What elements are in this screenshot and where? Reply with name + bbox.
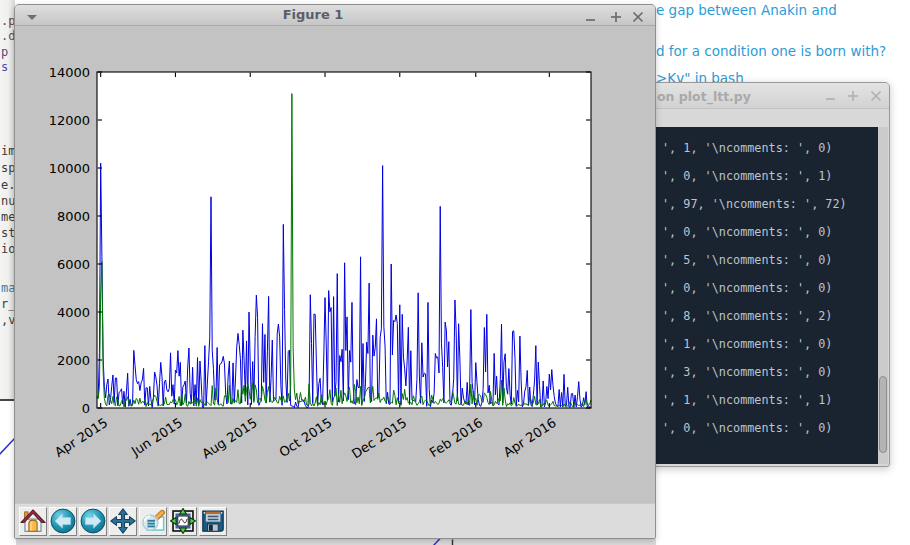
save-button[interactable] (199, 507, 227, 536)
x-tick-label: Jun 2015 (128, 415, 185, 459)
figure-canvas[interactable]: 02000400060008000100001200014000Apr 2015… (15, 26, 655, 504)
minimize-icon (584, 10, 598, 24)
figure-maximize-button[interactable] (609, 9, 623, 23)
terminal-menubar (621, 110, 889, 127)
terminal-output-line: ', 0, '\ncomments: ', 0) (662, 281, 832, 295)
figure-close-button[interactable] (631, 9, 645, 23)
figure-window[interactable]: Figure 1 0200040006000800010000120001400… (14, 4, 656, 539)
y-tick-label: 10000 (49, 161, 90, 176)
y-tick-label: 6000 (57, 257, 90, 272)
terminal-output-line: ', 1, '\ncomments: ', 0) (662, 337, 832, 351)
terminal-minimize-button[interactable] (824, 89, 838, 103)
terminal-title: on plot_ltt.py (657, 89, 751, 104)
close-icon (631, 10, 645, 24)
editor-code-fragment: p (1, 45, 8, 59)
line-chart: 02000400060008000100001200014000Apr 2015… (15, 26, 655, 504)
terminal-close-button[interactable] (869, 89, 883, 103)
x-tick-label: Dec 2015 (349, 415, 409, 462)
zoom-button[interactable] (139, 507, 167, 536)
terminal-output-line: ', 0, '\ncomments: ', 1) (662, 169, 832, 183)
editor-pane[interactable]: .p.dpsimspe.numestiomar_,v (0, 0, 15, 401)
y-tick-label: 8000 (57, 209, 90, 224)
y-tick-label: 12000 (49, 113, 90, 128)
terminal-scrollbar-thumb[interactable] (879, 376, 887, 453)
save-icon (200, 508, 226, 534)
terminal-titlebar[interactable]: on plot_ltt.py (621, 83, 889, 109)
back-icon (50, 508, 76, 534)
configure-subplots-button[interactable] (169, 507, 197, 536)
zoom-icon (140, 508, 166, 534)
terminal-output-line: ', 97, '\ncomments: ', 72) (662, 197, 847, 211)
pan-icon (110, 508, 136, 534)
terminal-output[interactable]: ', 1, '\ncomments: ', 0)', 0, '\ncomment… (621, 127, 880, 464)
x-tick-label: Oct 2015 (276, 415, 334, 460)
x-tick-label: Feb 2016 (427, 415, 486, 460)
terminal-output-line: ', 1, '\ncomments: ', 1) (662, 393, 832, 407)
figure-title: Figure 1 (15, 7, 611, 22)
y-tick-label: 2000 (57, 353, 90, 368)
terminal-output-line: ', 1, '\ncomments: ', 0) (662, 141, 832, 155)
forward-button[interactable] (79, 507, 107, 536)
y-tick-label: 4000 (57, 305, 90, 320)
x-tick-label: Aug 2015 (199, 415, 260, 462)
back-button[interactable] (49, 507, 77, 536)
maximize-icon (609, 10, 623, 24)
terminal-output-line: ', 3, '\ncomments: ', 0) (662, 365, 832, 379)
close-icon (869, 89, 883, 103)
browser-link[interactable]: e gap between Anakin and (656, 2, 837, 18)
terminal-output-line: ', 0, '\ncomments: ', 0) (662, 421, 832, 435)
configure-subplots-icon (170, 508, 196, 534)
home-button[interactable] (19, 507, 47, 536)
browser-link[interactable]: d for a condition one is born with? (656, 43, 886, 59)
terminal-maximize-button[interactable] (846, 89, 860, 103)
forward-icon (80, 508, 106, 534)
minimize-icon (824, 89, 838, 103)
y-tick-label: 14000 (49, 65, 90, 80)
terminal-window[interactable]: on plot_ltt.py ', 1, '\ncomments: ', 0)'… (620, 82, 890, 467)
terminal-output-line: ', 0, '\ncomments: ', 0) (662, 225, 832, 239)
figure-minimize-button[interactable] (584, 9, 598, 23)
maximize-icon (846, 89, 860, 103)
x-tick-label: Apr 2016 (501, 415, 559, 460)
terminal-output-line: ', 5, '\ncomments: ', 0) (662, 253, 832, 267)
pan-button[interactable] (109, 507, 137, 536)
background-chart-line-left (0, 438, 15, 456)
desktop: .p.dpsimspe.numestiomar_,v e gap between… (0, 0, 910, 545)
background-window-strip (16, 539, 656, 545)
editor-code-fragment: s (1, 60, 8, 74)
figure-titlebar[interactable]: Figure 1 (15, 5, 655, 26)
terminal-scrollbar[interactable] (878, 127, 888, 464)
terminal-output-line: ', 8, '\ncomments: ', 2) (662, 309, 832, 323)
y-tick-label: 0 (82, 401, 90, 416)
home-icon (20, 508, 46, 534)
figure-toolbar (15, 503, 655, 538)
x-tick-label: Apr 2015 (52, 415, 110, 460)
